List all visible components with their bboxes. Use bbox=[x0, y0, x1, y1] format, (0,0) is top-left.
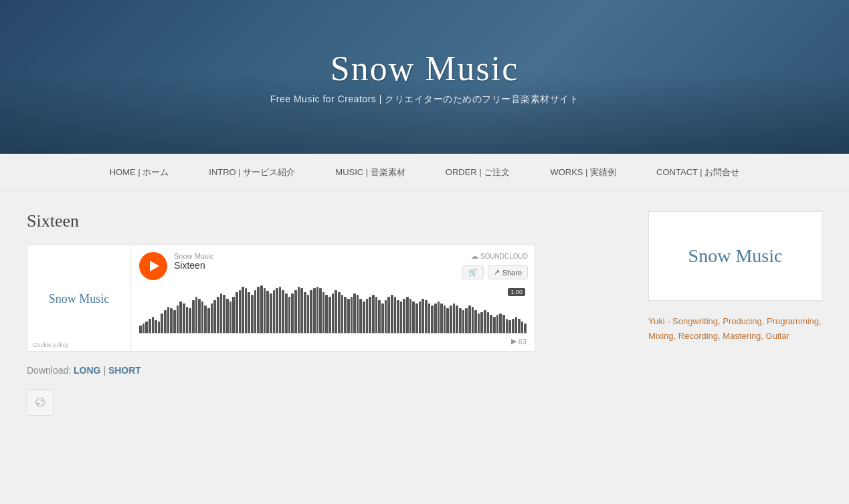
waveform-bar bbox=[521, 322, 524, 334]
waveform-bar bbox=[232, 297, 235, 334]
nav-item-order[interactable]: ORDER | ご注文 bbox=[426, 154, 531, 191]
waveform-bar bbox=[211, 303, 213, 334]
main-navigation: HOME | ホーム INTRO | サービス紹介 MUSIC | 音楽素材 O… bbox=[0, 154, 849, 191]
waveform-bar bbox=[239, 290, 242, 334]
waveform-bar bbox=[381, 303, 384, 334]
waveform-bar bbox=[186, 307, 189, 334]
waveform-bar bbox=[264, 288, 266, 334]
waveform-bar bbox=[453, 303, 456, 334]
link-icon-button[interactable]: ⚇ bbox=[27, 389, 54, 416]
waveform-bar bbox=[198, 299, 201, 334]
waveform-bar bbox=[266, 291, 269, 334]
nav-item-music[interactable]: MUSIC | 音楽素材 bbox=[315, 154, 426, 191]
waveform-bar bbox=[524, 324, 527, 334]
waveform-bar bbox=[282, 290, 284, 334]
sc-play-button[interactable] bbox=[139, 252, 167, 280]
waveform-bar bbox=[369, 297, 371, 334]
waveform-bar bbox=[465, 308, 468, 334]
sc-thumbnail-logo: Snow Music bbox=[49, 292, 110, 306]
waveform-bar bbox=[158, 322, 161, 334]
waveform-bar bbox=[480, 312, 483, 334]
sc-brand-text: SOUNDCLOUD bbox=[480, 253, 528, 260]
waveform-bar bbox=[508, 320, 511, 334]
waveform-bar bbox=[207, 308, 210, 334]
download-section: Download: LONG | SHORT bbox=[27, 365, 628, 376]
waveform-bar bbox=[245, 288, 248, 334]
nav-item-intro[interactable]: INTRO | サービス紹介 bbox=[189, 154, 315, 191]
main-content: Sixteen Snow Music Cookie policy ☁ SOUND… bbox=[0, 191, 849, 436]
waveform-bar bbox=[177, 305, 179, 334]
waveform-bar bbox=[412, 301, 415, 334]
soundcloud-cloud-icon: ☁ bbox=[471, 252, 478, 261]
waveform-bar bbox=[344, 297, 347, 334]
waveform-bar bbox=[229, 301, 232, 334]
sc-waveform[interactable] bbox=[139, 287, 527, 334]
play-count-icon: ▶ bbox=[511, 337, 516, 346]
waveform-bar bbox=[260, 285, 263, 334]
sc-share-button[interactable]: ↗ Share bbox=[488, 265, 528, 279]
waveform-bar bbox=[189, 308, 191, 334]
link-icon: ⚇ bbox=[31, 394, 50, 412]
waveform-bar bbox=[372, 295, 375, 334]
waveform-bar bbox=[400, 301, 403, 334]
waveform-bar bbox=[438, 301, 440, 334]
sc-waveform-area[interactable]: 1:00 bbox=[139, 287, 527, 334]
waveform-bar bbox=[242, 287, 244, 334]
waveform-bar bbox=[273, 290, 276, 334]
sc-main: ☁ SOUNDCLOUD 🛒 ↗ Share bbox=[131, 245, 535, 351]
waveform-bar bbox=[164, 310, 167, 334]
waveform-bar bbox=[173, 310, 176, 334]
waveform-bar bbox=[478, 313, 480, 334]
waveform-bar bbox=[406, 297, 409, 334]
waveform-bar bbox=[257, 287, 260, 334]
site-header: Snow Music Free Music for Creators | クリエ… bbox=[0, 0, 849, 154]
download-long-link[interactable]: LONG bbox=[74, 365, 100, 376]
sc-cart-button[interactable]: 🛒 bbox=[462, 265, 484, 279]
download-separator: | bbox=[103, 365, 108, 376]
content-left: Sixteen Snow Music Cookie policy ☁ SOUND… bbox=[27, 211, 628, 416]
waveform-bar bbox=[397, 300, 399, 334]
waveform-bar bbox=[328, 297, 331, 334]
waveform-bar bbox=[161, 313, 163, 334]
sc-progress-line bbox=[139, 333, 527, 334]
download-short-link[interactable]: SHORT bbox=[108, 365, 141, 376]
waveform-bar bbox=[515, 317, 518, 334]
sc-branding: ☁ SOUNDCLOUD bbox=[471, 252, 528, 261]
waveform-bar bbox=[385, 300, 387, 334]
nav-item-works[interactable]: WORKS | 実績例 bbox=[530, 154, 636, 191]
site-subtitle: Free Music for Creators | クリエイターのためのフリー音… bbox=[270, 94, 579, 106]
waveform-bar bbox=[506, 319, 508, 334]
waveform-bar bbox=[213, 300, 216, 334]
waveform-bar bbox=[484, 310, 486, 334]
waveform-bar bbox=[307, 295, 310, 334]
sidebar-logo-card: Snow Music bbox=[648, 211, 822, 301]
waveform-bar bbox=[145, 322, 148, 334]
waveform-bar bbox=[499, 313, 502, 334]
waveform-bar bbox=[325, 295, 328, 334]
waveform-bar bbox=[316, 287, 319, 334]
waveform-bar bbox=[428, 303, 431, 334]
waveform-bar bbox=[421, 299, 424, 334]
waveform-bar bbox=[446, 308, 449, 334]
sc-actions: 🛒 ↗ Share bbox=[462, 265, 528, 279]
waveform-bar bbox=[155, 320, 157, 334]
waveform-bar bbox=[183, 303, 185, 334]
waveform-bar bbox=[474, 310, 477, 334]
waveform-bar bbox=[201, 301, 204, 334]
sc-play-count: ▶ 63 bbox=[511, 337, 527, 346]
waveform-bar bbox=[419, 301, 421, 334]
waveform-bar bbox=[149, 319, 151, 334]
waveform-bar bbox=[518, 319, 521, 334]
site-title: Snow Music bbox=[270, 49, 579, 88]
waveform-bar bbox=[319, 288, 322, 334]
waveform-bar bbox=[226, 299, 229, 334]
nav-item-home[interactable]: HOME | ホーム bbox=[90, 154, 189, 191]
nav-item-contact[interactable]: CONTACT | お問合せ bbox=[636, 154, 759, 191]
waveform-bar bbox=[223, 295, 225, 334]
sc-cookie-policy: Cookie policy bbox=[33, 342, 69, 348]
waveform-bar bbox=[363, 301, 365, 334]
waveform-bar bbox=[351, 297, 353, 334]
waveform-bar bbox=[152, 317, 155, 334]
waveform-bar bbox=[235, 292, 238, 334]
sidebar-logo-text: Snow Music bbox=[662, 225, 808, 287]
